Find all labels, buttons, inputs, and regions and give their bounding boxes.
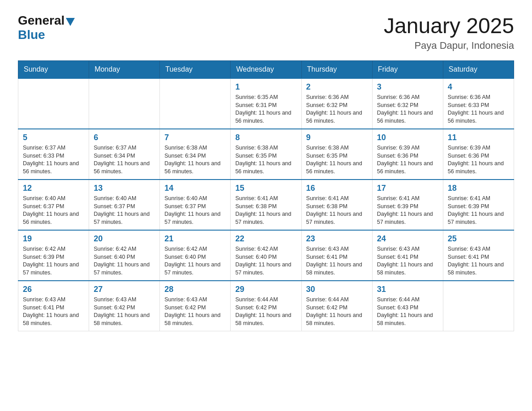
week-row-2: 5Sunrise: 6:37 AM Sunset: 6:33 PM Daylig… <box>18 129 514 180</box>
cell-sun-info: Sunrise: 6:41 AM Sunset: 6:39 PM Dayligh… <box>377 195 438 226</box>
cell-sun-info: Sunrise: 6:43 AM Sunset: 6:42 PM Dayligh… <box>94 296 155 327</box>
calendar-cell: 14Sunrise: 6:40 AM Sunset: 6:37 PM Dayli… <box>160 180 231 230</box>
calendar-cell: 6Sunrise: 6:37 AM Sunset: 6:34 PM Daylig… <box>89 129 160 180</box>
calendar-cell: 11Sunrise: 6:39 AM Sunset: 6:36 PM Dayli… <box>443 129 514 180</box>
weekday-header-saturday: Saturday <box>443 61 514 79</box>
cell-sun-info: Sunrise: 6:37 AM Sunset: 6:33 PM Dayligh… <box>23 144 84 176</box>
week-row-5: 26Sunrise: 6:43 AM Sunset: 6:41 PM Dayli… <box>18 281 514 331</box>
cell-day-number: 1 <box>235 82 296 92</box>
cell-day-number: 18 <box>448 184 509 193</box>
calendar-cell: 15Sunrise: 6:41 AM Sunset: 6:38 PM Dayli… <box>231 180 301 230</box>
calendar-cell: 25Sunrise: 6:43 AM Sunset: 6:41 PM Dayli… <box>443 230 514 281</box>
weekday-header-wednesday: Wednesday <box>231 61 301 79</box>
cell-sun-info: Sunrise: 6:41 AM Sunset: 6:38 PM Dayligh… <box>306 195 368 226</box>
cell-day-number: 6 <box>94 133 155 142</box>
cell-day-number: 22 <box>235 234 296 244</box>
calendar-cell: 19Sunrise: 6:42 AM Sunset: 6:39 PM Dayli… <box>18 230 89 281</box>
cell-sun-info: Sunrise: 6:42 AM Sunset: 6:40 PM Dayligh… <box>235 245 296 277</box>
cell-day-number: 8 <box>235 133 296 142</box>
calendar-cell: 21Sunrise: 6:42 AM Sunset: 6:40 PM Dayli… <box>160 230 231 281</box>
cell-day-number: 17 <box>377 184 438 193</box>
calendar-cell: 24Sunrise: 6:43 AM Sunset: 6:41 PM Dayli… <box>372 230 443 281</box>
calendar-cell: 26Sunrise: 6:43 AM Sunset: 6:41 PM Dayli… <box>18 281 89 331</box>
month-title: January 2025 <box>384 13 514 38</box>
cell-sun-info: Sunrise: 6:44 AM Sunset: 6:42 PM Dayligh… <box>235 296 296 327</box>
cell-day-number: 7 <box>164 133 226 142</box>
cell-day-number: 10 <box>377 133 438 142</box>
calendar-cell: 16Sunrise: 6:41 AM Sunset: 6:38 PM Dayli… <box>301 180 372 230</box>
calendar-cell: 20Sunrise: 6:42 AM Sunset: 6:40 PM Dayli… <box>89 230 160 281</box>
cell-day-number: 31 <box>377 285 438 294</box>
cell-sun-info: Sunrise: 6:37 AM Sunset: 6:34 PM Dayligh… <box>94 144 155 176</box>
calendar-cell: 1Sunrise: 6:35 AM Sunset: 6:31 PM Daylig… <box>231 78 301 129</box>
cell-sun-info: Sunrise: 6:43 AM Sunset: 6:41 PM Dayligh… <box>448 245 509 277</box>
calendar-cell <box>18 78 89 129</box>
cell-sun-info: Sunrise: 6:40 AM Sunset: 6:37 PM Dayligh… <box>164 195 226 226</box>
cell-day-number: 27 <box>94 285 155 294</box>
cell-sun-info: Sunrise: 6:42 AM Sunset: 6:39 PM Dayligh… <box>23 245 84 277</box>
cell-sun-info: Sunrise: 6:44 AM Sunset: 6:42 PM Dayligh… <box>306 296 368 327</box>
calendar-table: SundayMondayTuesdayWednesdayThursdayFrid… <box>18 60 514 331</box>
cell-day-number: 23 <box>306 234 368 244</box>
cell-sun-info: Sunrise: 6:36 AM Sunset: 6:32 PM Dayligh… <box>306 94 368 125</box>
calendar-cell: 30Sunrise: 6:44 AM Sunset: 6:42 PM Dayli… <box>301 281 372 331</box>
calendar-cell: 23Sunrise: 6:43 AM Sunset: 6:41 PM Dayli… <box>301 230 372 281</box>
cell-day-number: 25 <box>448 234 509 244</box>
cell-day-number: 26 <box>23 285 84 294</box>
calendar-cell: 31Sunrise: 6:44 AM Sunset: 6:43 PM Dayli… <box>372 281 443 331</box>
calendar-cell <box>160 78 231 129</box>
title-section: January 2025 Paya Dapur, Indonesia <box>384 13 514 51</box>
cell-sun-info: Sunrise: 6:36 AM Sunset: 6:33 PM Dayligh… <box>448 94 509 125</box>
cell-day-number: 29 <box>235 285 296 294</box>
calendar-cell: 27Sunrise: 6:43 AM Sunset: 6:42 PM Dayli… <box>89 281 160 331</box>
cell-day-number: 16 <box>306 184 368 193</box>
cell-sun-info: Sunrise: 6:39 AM Sunset: 6:36 PM Dayligh… <box>377 144 438 176</box>
calendar-cell: 29Sunrise: 6:44 AM Sunset: 6:42 PM Dayli… <box>231 281 301 331</box>
calendar-cell: 2Sunrise: 6:36 AM Sunset: 6:32 PM Daylig… <box>301 78 372 129</box>
calendar-cell: 3Sunrise: 6:36 AM Sunset: 6:32 PM Daylig… <box>372 78 443 129</box>
calendar-cell: 4Sunrise: 6:36 AM Sunset: 6:33 PM Daylig… <box>443 78 514 129</box>
cell-day-number: 20 <box>94 234 155 244</box>
cell-sun-info: Sunrise: 6:39 AM Sunset: 6:36 PM Dayligh… <box>448 144 509 176</box>
logo-general-text: General <box>18 13 64 28</box>
weekday-header-sunday: Sunday <box>18 61 89 79</box>
calendar-cell <box>443 281 514 331</box>
week-row-1: 1Sunrise: 6:35 AM Sunset: 6:31 PM Daylig… <box>18 78 514 129</box>
cell-sun-info: Sunrise: 6:38 AM Sunset: 6:35 PM Dayligh… <box>306 144 368 176</box>
weekday-header-tuesday: Tuesday <box>160 61 231 79</box>
cell-day-number: 14 <box>164 184 226 193</box>
logo-blue-text: Blue <box>18 28 75 42</box>
calendar-cell: 13Sunrise: 6:40 AM Sunset: 6:37 PM Dayli… <box>89 180 160 230</box>
cell-sun-info: Sunrise: 6:38 AM Sunset: 6:35 PM Dayligh… <box>235 144 296 176</box>
cell-sun-info: Sunrise: 6:36 AM Sunset: 6:32 PM Dayligh… <box>377 94 438 125</box>
cell-day-number: 15 <box>235 184 296 193</box>
cell-day-number: 12 <box>23 184 84 193</box>
calendar-cell: 22Sunrise: 6:42 AM Sunset: 6:40 PM Dayli… <box>231 230 301 281</box>
cell-sun-info: Sunrise: 6:43 AM Sunset: 6:41 PM Dayligh… <box>306 245 368 277</box>
week-row-3: 12Sunrise: 6:40 AM Sunset: 6:37 PM Dayli… <box>18 180 514 230</box>
cell-day-number: 2 <box>306 82 368 92</box>
logo-triangle-icon <box>66 18 75 26</box>
cell-day-number: 21 <box>164 234 226 244</box>
calendar-cell: 5Sunrise: 6:37 AM Sunset: 6:33 PM Daylig… <box>18 129 89 180</box>
weekday-header-thursday: Thursday <box>301 61 372 79</box>
cell-day-number: 19 <box>23 234 84 244</box>
calendar-cell: 12Sunrise: 6:40 AM Sunset: 6:37 PM Dayli… <box>18 180 89 230</box>
cell-day-number: 24 <box>377 234 438 244</box>
calendar-cell: 8Sunrise: 6:38 AM Sunset: 6:35 PM Daylig… <box>231 129 301 180</box>
cell-day-number: 5 <box>23 133 84 142</box>
cell-sun-info: Sunrise: 6:42 AM Sunset: 6:40 PM Dayligh… <box>164 245 226 277</box>
cell-day-number: 4 <box>448 82 509 92</box>
cell-day-number: 30 <box>306 285 368 294</box>
cell-day-number: 11 <box>448 133 509 142</box>
cell-sun-info: Sunrise: 6:43 AM Sunset: 6:41 PM Dayligh… <box>377 245 438 277</box>
cell-sun-info: Sunrise: 6:38 AM Sunset: 6:34 PM Dayligh… <box>164 144 226 176</box>
location-title: Paya Dapur, Indonesia <box>384 40 514 51</box>
calendar-cell: 10Sunrise: 6:39 AM Sunset: 6:36 PM Dayli… <box>372 129 443 180</box>
cell-sun-info: Sunrise: 6:35 AM Sunset: 6:31 PM Dayligh… <box>235 94 296 125</box>
cell-sun-info: Sunrise: 6:44 AM Sunset: 6:43 PM Dayligh… <box>377 296 438 327</box>
cell-day-number: 13 <box>94 184 155 193</box>
cell-sun-info: Sunrise: 6:42 AM Sunset: 6:40 PM Dayligh… <box>94 245 155 277</box>
week-row-4: 19Sunrise: 6:42 AM Sunset: 6:39 PM Dayli… <box>18 230 514 281</box>
cell-day-number: 3 <box>377 82 438 92</box>
